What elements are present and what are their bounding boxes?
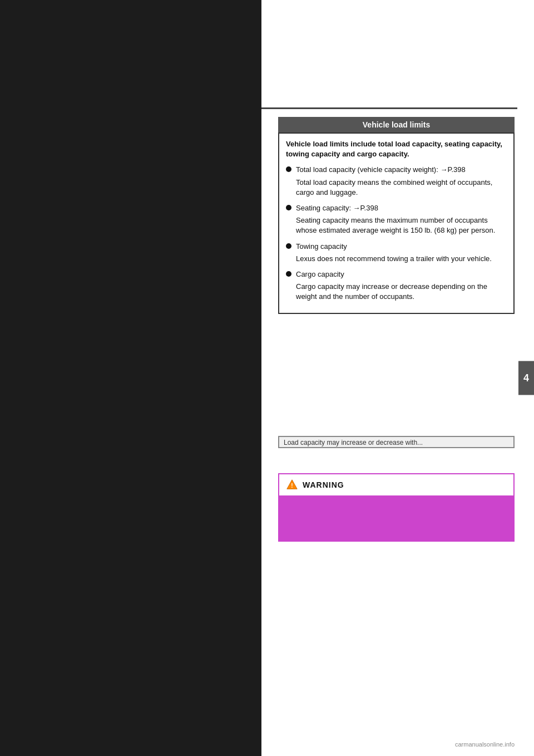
top-divider [261,107,517,109]
bullet-text-2: Seating capacity: →P.398 [296,203,378,213]
bullet-text-4: Cargo capacity [296,269,344,279]
vll-info-box: Vehicle load limits include total load c… [278,132,515,314]
warning-content [279,496,513,541]
partial-info-box: Load capacity may increase or decrease w… [278,436,515,448]
cargo-desc: Cargo capacity may increase or decrease … [296,282,507,302]
vll-title: Vehicle load limits [363,120,430,129]
bullet-towing: Towing capacity [286,242,507,252]
chapter-tab: 4 [518,361,534,395]
bullet-text-1: Total load capacity (vehicle capacity we… [296,165,466,175]
seating-capacity-desc: Seating capacity means the maximum numbe… [296,215,507,235]
svg-text:!: ! [291,483,293,489]
bullet-total-load: Total load capacity (vehicle capacity we… [286,165,507,175]
right-panel: Vehicle load limits Vehicle load limits … [261,0,534,756]
bullet-dot-2 [286,205,291,210]
left-panel [0,0,261,756]
warning-label: WARNING [303,480,344,489]
bullet-dot-1 [286,166,291,172]
bullet-text-3: Towing capacity [296,242,347,252]
partial-box-text: Load capacity may increase or decrease w… [279,437,513,448]
bullet-cargo: Cargo capacity [286,269,507,279]
bottom-watermark: carmanualsonline.info [455,741,515,748]
vll-title-bar: Vehicle load limits [278,117,515,132]
towing-desc: Lexus does not recommend towing a traile… [296,254,507,264]
bullet-seating: Seating capacity: →P.398 [286,203,507,213]
warning-box: ! WARNING [278,473,515,542]
bullet-dot-3 [286,243,291,249]
watermark-text: carmanualsonline.info [455,741,515,748]
warning-header: ! WARNING [279,474,513,496]
page-container: Vehicle load limits Vehicle load limits … [0,0,534,756]
chapter-number: 4 [523,372,529,384]
bullet-dot-4 [286,271,291,277]
warning-triangle-icon: ! [286,479,298,491]
vehicle-load-limits-section: Vehicle load limits Vehicle load limits … [278,117,515,314]
total-load-desc: Total load capacity means the combined w… [296,178,507,198]
vll-intro-text: Vehicle load limits include total load c… [286,139,507,159]
